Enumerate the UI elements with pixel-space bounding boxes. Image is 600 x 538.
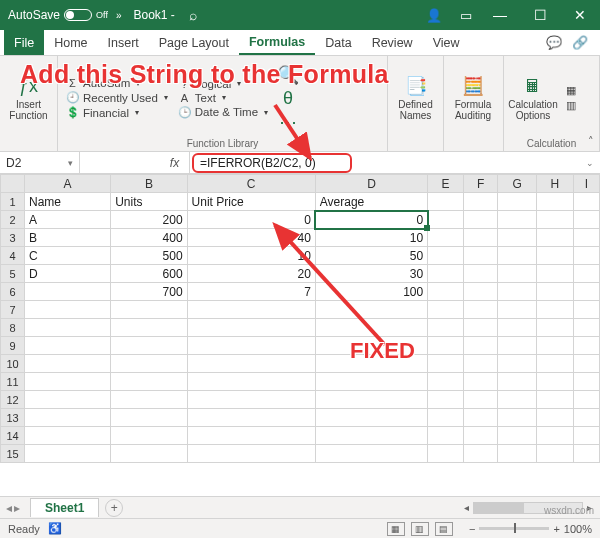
cell[interactable] [428,211,464,229]
view-normal-icon[interactable]: ▦ [387,522,405,536]
cell[interactable]: 400 [111,229,187,247]
cell[interactable]: Name [25,193,111,211]
cell[interactable] [25,319,111,337]
cell[interactable] [25,409,111,427]
cell[interactable] [574,229,600,247]
calculation-options-button[interactable]: 🖩Calculation Options [510,60,556,136]
cell[interactable]: 700 [111,283,187,301]
cell[interactable]: 100 [315,283,427,301]
maximize-button[interactable]: ☐ [520,7,560,23]
cell[interactable] [498,445,537,463]
cell[interactable] [536,373,573,391]
chevron-down-icon[interactable]: ▾ [68,158,73,168]
cell[interactable] [428,355,464,373]
cell[interactable] [498,391,537,409]
cell[interactable] [428,445,464,463]
cell[interactable] [498,337,537,355]
fill-handle[interactable] [424,225,430,231]
cell[interactable]: 0 [187,211,315,229]
row-header[interactable]: 4 [1,247,25,265]
cell[interactable]: 10 [315,229,427,247]
cell[interactable] [574,319,600,337]
row-header[interactable]: 10 [1,355,25,373]
cell[interactable] [187,445,315,463]
more-functions-button[interactable]: 🔍 θ ⋯ [276,60,300,136]
cell[interactable] [463,391,497,409]
comments-icon[interactable]: 💬 [544,35,564,50]
cell[interactable] [111,319,187,337]
sheet-nav-next-icon[interactable]: ▸ [14,501,20,515]
cell[interactable] [25,391,111,409]
logical-button[interactable]: ?Logical▾ [176,77,270,91]
formula-input[interactable]: =IFERROR(B2/C2, 0) [192,153,352,173]
cell[interactable] [111,391,187,409]
col-header[interactable]: A [25,175,111,193]
row-header[interactable]: 5 [1,265,25,283]
cell[interactable] [187,427,315,445]
cell[interactable] [574,211,600,229]
cell[interactable] [463,409,497,427]
cell[interactable]: 40 [187,229,315,247]
cell[interactable] [111,301,187,319]
cell[interactable] [428,337,464,355]
cell[interactable] [463,283,497,301]
horizontal-scrollbar[interactable]: ◂ ▸ [462,502,600,514]
cell[interactable] [463,301,497,319]
col-header[interactable]: B [111,175,187,193]
cell[interactable] [111,337,187,355]
cell[interactable]: 200 [111,211,187,229]
cell[interactable] [536,391,573,409]
cell[interactable] [187,301,315,319]
cell[interactable] [111,409,187,427]
name-box[interactable]: D2 ▾ [0,152,80,173]
cell[interactable] [111,427,187,445]
cell[interactable] [428,229,464,247]
cell[interactable]: Unit Price [187,193,315,211]
col-header[interactable]: G [498,175,537,193]
cell[interactable]: B [25,229,111,247]
formula-auditing-button[interactable]: 🧮Formula Auditing [450,60,496,136]
cell[interactable] [574,283,600,301]
cell[interactable] [111,445,187,463]
cell[interactable] [498,247,537,265]
close-button[interactable]: ✕ [560,7,600,23]
cell[interactable] [25,427,111,445]
cell[interactable] [187,391,315,409]
cell[interactable]: C [25,247,111,265]
cell[interactable] [428,319,464,337]
cell[interactable] [574,409,600,427]
tab-page-layout[interactable]: Page Layout [149,30,239,55]
col-header[interactable]: H [536,175,573,193]
cell[interactable] [536,247,573,265]
cell[interactable] [574,427,600,445]
zoom-slider[interactable] [479,527,549,530]
cell[interactable] [187,337,315,355]
cell[interactable] [463,319,497,337]
financial-button[interactable]: 💲Financial▾ [64,105,170,120]
cell[interactable] [187,409,315,427]
row-header[interactable]: 2 [1,211,25,229]
cell[interactable]: 20 [187,265,315,283]
cell[interactable] [498,211,537,229]
recently-used-button[interactable]: 🕘Recently Used▾ [64,90,170,105]
row-header[interactable]: 12 [1,391,25,409]
cell[interactable] [574,391,600,409]
cell[interactable] [315,445,427,463]
cell[interactable] [536,319,573,337]
row-header[interactable]: 1 [1,193,25,211]
row-header[interactable]: 11 [1,373,25,391]
cell[interactable] [315,373,427,391]
row-header[interactable]: 14 [1,427,25,445]
accessibility-icon[interactable]: ♿ [48,522,62,535]
cell[interactable] [315,337,427,355]
collapse-ribbon-icon[interactable]: ˄ [588,135,594,148]
cell[interactable]: D [25,265,111,283]
cell[interactable]: Units [111,193,187,211]
cell[interactable] [498,283,537,301]
row-header[interactable]: 3 [1,229,25,247]
cell[interactable] [111,355,187,373]
cell[interactable] [536,265,573,283]
cell[interactable] [574,445,600,463]
cell[interactable] [498,193,537,211]
cell[interactable] [536,283,573,301]
